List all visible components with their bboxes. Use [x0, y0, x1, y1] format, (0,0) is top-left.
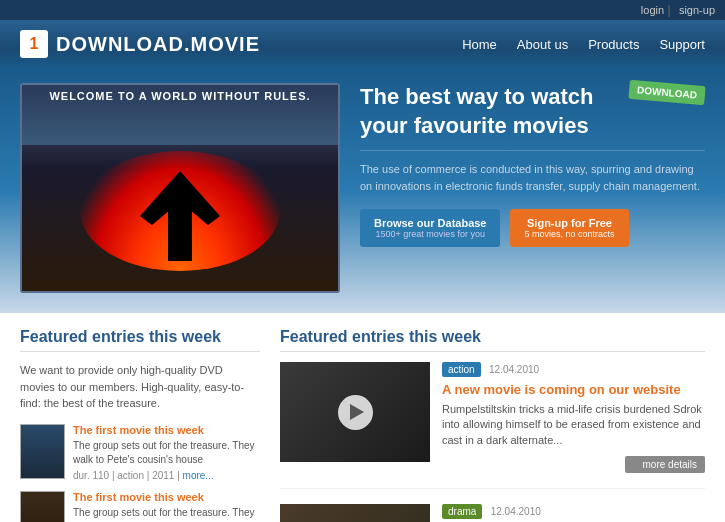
- movie-info: The first movie this week The group sets…: [73, 424, 260, 481]
- login-link[interactable]: login: [641, 4, 664, 16]
- right-section-title: Featured entries this week: [280, 328, 705, 352]
- hero-right: The best way to watch your favourite mov…: [360, 83, 705, 247]
- movie-meta: dur. 110 | action | 2011 | more...: [73, 470, 260, 481]
- signup-free-button[interactable]: Sign-up for Free 5 movies, no contracts: [510, 209, 628, 247]
- logo: 1 DOWNLOAD.MOVIE: [20, 30, 260, 58]
- main-content: Featured entries this week We want to pr…: [0, 313, 725, 522]
- featured-title-1[interactable]: A new movie is coming on our website: [442, 382, 705, 397]
- logo-text: DOWNLOAD.MOVIE: [56, 33, 260, 56]
- video-thumbnail-1[interactable]: [280, 362, 430, 462]
- movie-title-link[interactable]: The first movie this week: [73, 424, 260, 436]
- featured-content-1: action 12.04.2010 A new movie is coming …: [442, 362, 705, 473]
- list-item: The first movie this week The group sets…: [20, 424, 260, 481]
- play-triangle-icon: [350, 404, 364, 420]
- left-intro-text: We want to provide only high-quality DVD…: [20, 362, 260, 412]
- nav-about[interactable]: About us: [517, 37, 568, 52]
- signup-link[interactable]: sign-up: [679, 4, 715, 16]
- featured-content-2: drama 12.04.2010 Another movie downloada…: [442, 504, 705, 522]
- tag-badge-drama: drama: [442, 504, 482, 519]
- featured-desc-1: Rumpelstiltskin tricks a mid-life crisis…: [442, 402, 705, 448]
- hero-tagline: The best way to watch your favourite mov…: [360, 83, 619, 140]
- more-details-button-1[interactable]: more details: [625, 456, 705, 473]
- logo-icon: 1: [20, 30, 48, 58]
- movie-desc: The group sets out for the treasure. The…: [73, 439, 260, 467]
- movie-thumbnail: [20, 424, 65, 479]
- left-column: Featured entries this week We want to pr…: [20, 328, 260, 522]
- header: 1 DOWNLOAD.MOVIE Home About us Products …: [0, 20, 725, 68]
- hero-description: The use of commerce is conducted in this…: [360, 150, 705, 194]
- hero-image: WELCOME TO A WORLD WITHOUT RULES.: [20, 83, 340, 293]
- featured-meta: drama 12.04.2010: [442, 504, 705, 519]
- featured-item: action 12.04.2010 A new movie is coming …: [280, 362, 705, 489]
- tag-badge-action: action: [442, 362, 481, 377]
- movie-title-link[interactable]: The first movie this week: [73, 491, 260, 503]
- movie-more-link[interactable]: more...: [183, 470, 214, 481]
- hero-caption: WELCOME TO A WORLD WITHOUT RULES.: [49, 90, 310, 102]
- video-thumbnail-2[interactable]: [280, 504, 430, 522]
- hero-placeholder: WELCOME TO A WORLD WITHOUT RULES.: [20, 83, 340, 293]
- featured-item: drama 12.04.2010 Another movie downloada…: [280, 504, 705, 522]
- left-section-title: Featured entries this week: [20, 328, 260, 352]
- date-text: 12.04.2010: [489, 364, 539, 375]
- play-button[interactable]: [338, 395, 373, 430]
- date-text: 12.04.2010: [491, 506, 541, 517]
- main-nav: Home About us Products Support: [462, 37, 705, 52]
- right-column: Featured entries this week action 12.04.…: [280, 328, 705, 522]
- hero-buttons: Browse our Database 1500+ great movies f…: [360, 209, 705, 247]
- nav-support[interactable]: Support: [659, 37, 705, 52]
- nav-products[interactable]: Products: [588, 37, 639, 52]
- top-bar: login | sign-up: [0, 0, 725, 20]
- hero-section: WELCOME TO A WORLD WITHOUT RULES. The be…: [0, 68, 725, 313]
- download-badge: DOWNLOAD: [628, 80, 705, 106]
- list-item: The first movie this week The group sets…: [20, 491, 260, 523]
- nav-home[interactable]: Home: [462, 37, 497, 52]
- movie-desc: The group sets out for the treasure. The…: [73, 506, 260, 523]
- movie-thumbnail: [20, 491, 65, 523]
- movie-info: The first movie this week The group sets…: [73, 491, 260, 523]
- browse-database-button[interactable]: Browse our Database 1500+ great movies f…: [360, 209, 500, 247]
- featured-meta: action 12.04.2010: [442, 362, 705, 377]
